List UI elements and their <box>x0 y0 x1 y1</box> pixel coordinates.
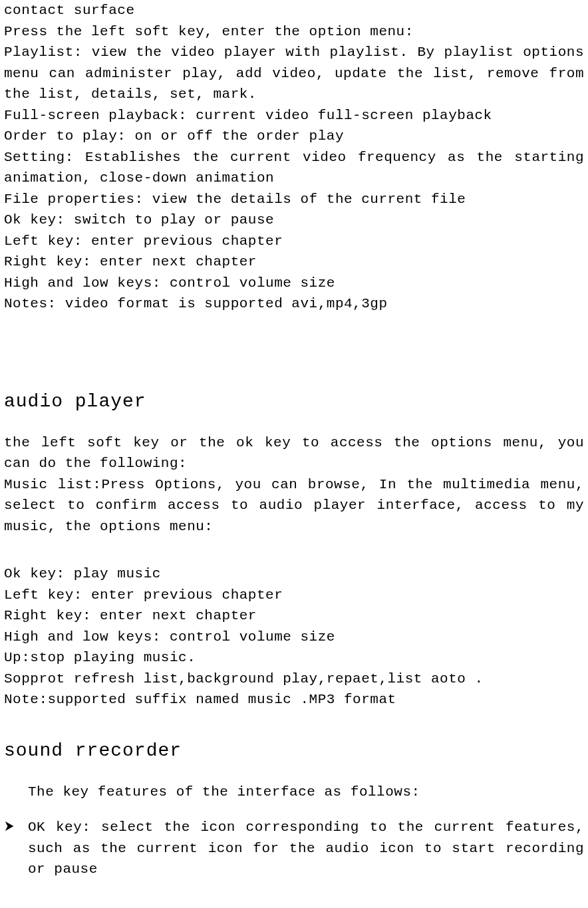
line-notes: Notes: video format is supported avi,mp4… <box>4 293 584 315</box>
document-page: contact surface Press the left soft key,… <box>0 0 588 880</box>
line-high-low-keys: High and low keys: control volume size <box>4 273 584 294</box>
line-left-key: Left key: enter previous chapter <box>4 231 584 252</box>
line-full-screen: Full-screen playback: current video full… <box>4 105 584 126</box>
heading-sound-recorder: sound rrecorder <box>4 737 584 765</box>
line-press-left-soft-key: Press the left soft key, enter the optio… <box>4 21 584 43</box>
svg-marker-0 <box>5 822 14 831</box>
audio-high-low-keys: High and low keys: control volume size <box>4 627 584 648</box>
audio-ok-key: Ok key: play music <box>4 563 584 585</box>
audio-paragraph-1: the left soft key or the ok key to acces… <box>4 432 584 474</box>
line-setting: Setting: Establishes the current video f… <box>4 147 584 189</box>
audio-left-key: Left key: enter previous chapter <box>4 585 584 606</box>
audio-up-key: Up:stop playing music. <box>4 647 584 669</box>
spacer <box>4 537 584 563</box>
line-contact-surface: contact surface <box>4 0 584 21</box>
audio-right-key: Right key: enter next chapter <box>4 605 584 627</box>
recorder-intro: The key features of the interface as fol… <box>4 782 584 803</box>
recorder-bullet-1-text: OK key: select the icon corresponding to… <box>28 817 584 880</box>
heading-audio-player: audio player <box>4 388 584 416</box>
line-file-properties: File properties: view the details of the… <box>4 189 584 210</box>
line-playlist: Playlist: view the video player with pla… <box>4 42 584 105</box>
line-order-to-play: Order to play: on or off the order play <box>4 126 584 147</box>
line-ok-key: Ok key: switch to play or pause <box>4 210 584 231</box>
spacer <box>4 315 584 361</box>
audio-paragraph-2: Music list:Press Options, you can browse… <box>4 474 584 537</box>
recorder-bullet-1: OK key: select the icon corresponding to… <box>4 817 584 880</box>
audio-note: Note:supported suffix named music .MP3 f… <box>4 689 584 710</box>
audio-support-line: Sopprot refresh list,background play,rep… <box>4 669 584 690</box>
line-right-key: Right key: enter next chapter <box>4 251 584 273</box>
arrow-right-icon <box>4 817 28 832</box>
